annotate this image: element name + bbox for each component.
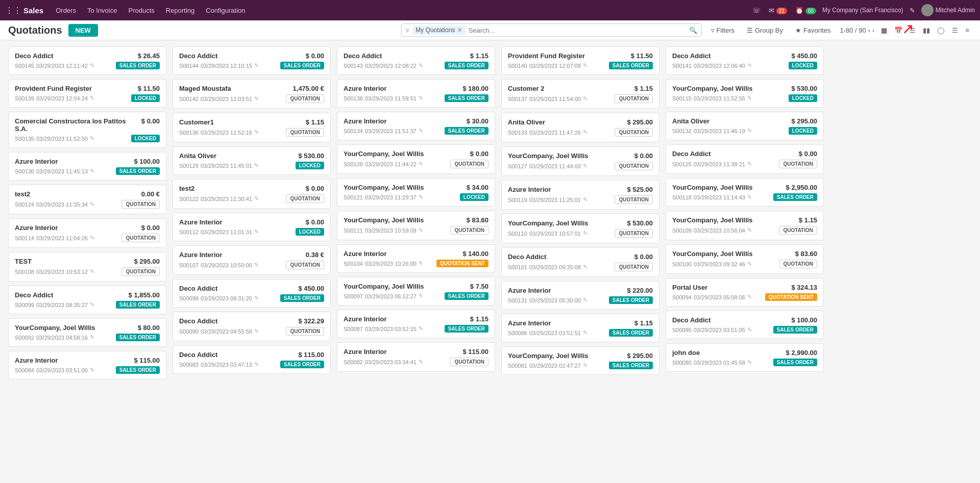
kanban-card[interactable]: Maged Moustafa 1,475.00 € S00142 03/29/2… [173, 79, 331, 109]
kanban-card[interactable]: Deco Addict $ 26.45 S00145 03/29/2023 12… [8, 46, 166, 75]
kanban-card[interactable]: Deco Addict $ 450.00 S00098 03/29/2023 0… [173, 279, 331, 308]
kanban-card[interactable]: Customer1 $ 1.15 S00136 03/29/2023 11:52… [173, 113, 331, 142]
kanban-card[interactable]: Deco Addict $ 100.00 S00085 03/29/2023 0… [666, 311, 824, 339]
kanban-card[interactable]: TEST $ 295.00 S00108 03/29/2023 10:53:12… [8, 252, 166, 282]
clock-icon: ✎ [254, 262, 259, 268]
kanban-card[interactable]: Deco Addict $ 322.29 S00090 03/29/2023 0… [173, 312, 331, 341]
kanban-card[interactable]: Azure Interior $ 1.15 S00087 03/29/2023 … [337, 310, 495, 338]
kanban-card[interactable]: YourCompany, Joel Willis $ 80.00 S00092 … [8, 318, 166, 347]
kanban-card[interactable]: YourCompany, Joel Willis $ 530.00 S00110… [501, 214, 659, 243]
kanban-card[interactable]: YourCompany, Joel Willis $ 0.00 S00128 0… [337, 144, 495, 174]
messages-icon[interactable]: ✉ 21 [767, 5, 789, 16]
kanban-card[interactable]: Comercial Constructora los Patitos S.A. … [8, 112, 166, 148]
kanban-card[interactable]: YourCompany, Joel Willis $ 83.60 S00100 … [666, 244, 824, 274]
kanban-card[interactable]: YourCompany, Joel Willis $ 34.00 S00121 … [337, 178, 495, 207]
kanban-card[interactable]: Provident Fund Register $ 11.50 S00140 0… [501, 46, 659, 75]
kanban-card[interactable]: Deco Addict $ 1.15 S00143 03/29/2023 12:… [337, 46, 495, 75]
remove-my-quotations-tag[interactable]: ✕ [457, 27, 462, 34]
toolbar-actions: ▿ Filters ☰ Group By ★ Favorites [708, 25, 834, 36]
groupby-button[interactable]: ☰ Group By [744, 25, 786, 36]
pivot-view-button[interactable]: ◯ [935, 25, 947, 36]
clock-icon: ✎ [419, 95, 423, 101]
card-amount: $ 83.60 [795, 250, 817, 258]
kanban-card[interactable]: Anita Oliver $ 530.00 S00129 03/29/2023 … [173, 146, 331, 175]
user-avatar[interactable]: Mitchell Admin [921, 4, 975, 16]
menu-reporting[interactable]: Reporting [161, 5, 200, 16]
card-date: 03/29/2023 10:59:09 [365, 227, 416, 234]
kanban-card[interactable]: Deco Addict $ 1,855.00 S00099 03/29/2023… [8, 286, 166, 314]
kanban-card[interactable]: Anita Oliver $ 295.00 S00132 03/29/2023 … [666, 112, 824, 140]
card-footer: S00127 03/29/2023 11:44:03 ✎ Quotation [508, 162, 653, 170]
clock-icon: ✎ [254, 295, 259, 301]
kanban-view-button[interactable]: ▦ [878, 25, 890, 36]
company-name[interactable]: My Company (San Francisco) [822, 7, 903, 14]
kanban-card[interactable]: YourCompany, Joel Willis $ 2,950.00 S001… [666, 178, 824, 207]
kanban-card[interactable]: YourCompany, Joel Willis $ 1.15 S00109 0… [666, 211, 824, 240]
search-input[interactable] [469, 27, 686, 34]
status-badge: Sales Order [280, 294, 324, 302]
kanban-card[interactable]: Azure Interior $ 100.00 S00130 03/29/202… [8, 152, 166, 181]
list-view-button[interactable]: ☰ [907, 25, 918, 36]
status-badge: Sales Order [609, 362, 653, 369]
pagination-info: 1-80 / 90 ‹ › [840, 27, 874, 34]
kanban-card[interactable]: Azure Interior $ 140.00 S00104 03/29/202… [337, 244, 495, 273]
kanban-card[interactable]: Azure Interior $ 115.00 S00082 03/29/202… [337, 342, 495, 372]
support-icon[interactable]: ☏ [750, 5, 763, 16]
kanban-card[interactable]: YourCompany, Joel Willis $ 83.60 S00111 … [337, 211, 495, 240]
card-header: YourCompany, Joel Willis $ 34.00 [344, 184, 488, 191]
filters-button[interactable]: ▿ Filters [708, 25, 738, 36]
kanban-card[interactable]: YourCompany, Joel Willis $ 7.50 S00097 0… [337, 277, 495, 306]
search-icon[interactable]: 🔍 [689, 27, 697, 34]
card-amount: $ 100.00 [134, 158, 160, 165]
menu-configuration[interactable]: Configuration [201, 5, 250, 16]
prev-page-button[interactable]: ‹ [868, 27, 870, 34]
next-page-button[interactable]: › [872, 27, 874, 34]
kanban-card[interactable]: Provident Fund Register $ 11.50 S00139 0… [8, 79, 166, 108]
new-button[interactable]: NEW [68, 24, 98, 37]
kanban-card[interactable]: YourCompany, Joel Willis $ 0.00 S00127 0… [501, 146, 659, 176]
kanban-card[interactable]: Deco Addict $ 0.00 S00101 03/29/2023 09:… [501, 247, 659, 277]
card-footer: S00111 03/29/2023 10:59:09 ✎ Quotation [344, 226, 488, 235]
kanban-card[interactable]: YourCompany, Joel Willis $ 295.00 S00081… [501, 346, 659, 375]
kanban-card[interactable]: Deco Addict $ 115.00 S00083 03/29/2023 0… [173, 345, 331, 374]
kanban-card[interactable]: Azure Interior $ 30.00 S00134 03/29/2023… [337, 112, 495, 140]
more-view-button[interactable]: ≡ [963, 25, 972, 36]
menu-orders[interactable]: Orders [51, 5, 81, 16]
kanban-card[interactable]: Deco Addict $ 0.00 S00144 03/29/2023 12:… [173, 46, 331, 75]
menu-products[interactable]: Products [123, 5, 159, 16]
kanban-card[interactable]: Deco Addict $ 450.00 S00141 03/29/2023 1… [666, 46, 824, 75]
card-ref: S00144 [179, 63, 199, 69]
card-footer: S00085 03/29/2023 03:51:05 ✎ Sales Order [672, 326, 817, 334]
kanban-card[interactable]: test2 $ 0.00 S00122 03/29/2023 11:30:41 … [173, 179, 331, 209]
activities-icon[interactable]: ⏰ 60 [793, 5, 818, 16]
kanban-card[interactable]: Customer 2 $ 1.15 S00137 03/29/2023 11:5… [501, 79, 659, 109]
kanban-card[interactable]: test2 0.00 € S00124 03/29/2023 11:35:34 … [8, 185, 166, 214]
apps-icon[interactable]: ⋮⋮ [5, 6, 21, 15]
kanban-card[interactable]: Azure Interior $ 1.15 S00086 03/29/2023 … [501, 314, 659, 342]
kanban-card[interactable]: Azure Interior $ 220.00 S00131 03/29/202… [501, 281, 659, 310]
settings-icon[interactable]: ✎ [908, 5, 917, 16]
calendar-view-button[interactable]: 📅 [892, 25, 905, 36]
kanban-card[interactable]: Portal User $ 324.13 S00094 03/29/2023 0… [666, 278, 824, 307]
kanban-card[interactable]: Deco Addict $ 0.00 S00125 03/29/2023 11:… [666, 144, 824, 174]
card-footer: S00110 03/29/2023 10:57:01 ✎ Quotation [508, 229, 653, 238]
card-footer: S00082 03/29/2023 03:34:41 ✎ Quotation [344, 358, 488, 366]
clock-icon: ✎ [747, 62, 752, 69]
status-badge: Sales Order [280, 361, 324, 368]
activity-view-button[interactable]: ☰ [949, 25, 961, 36]
kanban-card[interactable]: Azure Interior 0.38 € S00107 03/29/2023 … [173, 245, 331, 275]
kanban-card[interactable]: Azure Interior $ 525.00 S00119 03/29/202… [501, 180, 659, 210]
status-badge: Sales Order [445, 62, 488, 69]
kanban-card[interactable]: Anita Oliver $ 295.00 S00133 03/29/2023 … [501, 113, 659, 142]
card-ref: S00084 [15, 367, 34, 373]
kanban-card[interactable]: Azure Interior $ 0.00 S00112 03/29/2023 … [173, 213, 331, 241]
kanban-card[interactable]: Azure Interior $ 115.00 S00084 03/29/202… [8, 351, 166, 379]
favorites-button[interactable]: ★ Favorites [792, 25, 834, 36]
kanban-card[interactable]: john doe $ 2,990.00 S00080 03/29/2023 01… [666, 343, 824, 372]
kanban-card[interactable]: YourCompany, Joel Willis $ 530.00 S00115… [666, 79, 824, 108]
kanban-card[interactable]: Azure Interior $ 180.00 S00138 03/29/202… [337, 79, 495, 108]
kanban-card[interactable]: Azure Interior $ 0.00 S00114 03/29/2023 … [8, 218, 166, 248]
chart-view-button[interactable]: ▮▮ [920, 25, 933, 36]
card-customer-name: Azure Interior [344, 250, 458, 258]
menu-to-invoice[interactable]: To Invoice [82, 5, 122, 16]
